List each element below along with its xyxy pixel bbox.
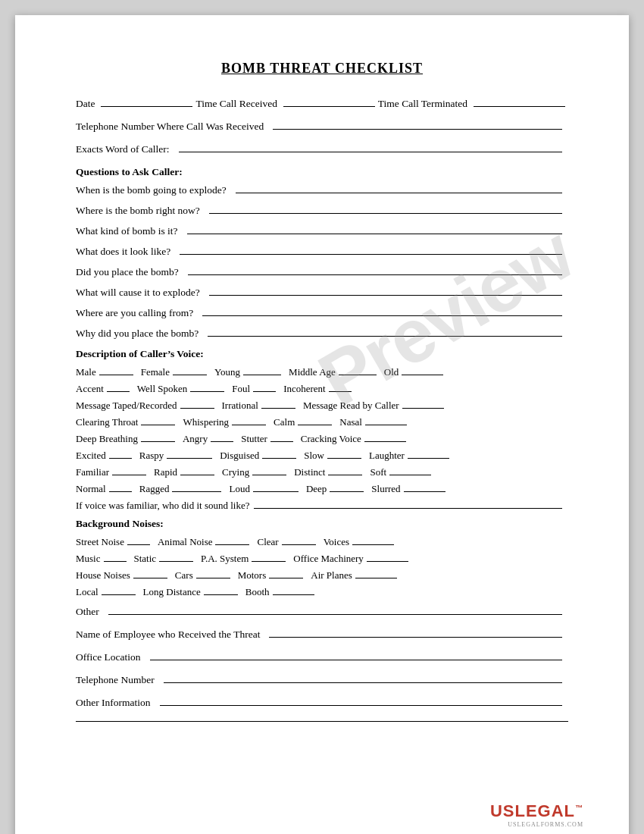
familiar-field[interactable] xyxy=(254,508,562,509)
q3-field[interactable] xyxy=(187,234,562,234)
voice-row-8: Normal Ragged Loud Deep Slurred xyxy=(76,483,568,495)
vi-raspy: Raspy xyxy=(139,450,216,462)
q8-field[interactable] xyxy=(208,336,562,337)
bi-local: Local xyxy=(76,586,139,598)
q7-field[interactable] xyxy=(202,315,562,316)
bi-cars: Cars xyxy=(175,569,233,582)
telephone-field[interactable] xyxy=(273,129,562,130)
vi-deep: Deep xyxy=(306,483,367,495)
employee-field[interactable] xyxy=(269,637,562,638)
voice-heading: Description of Caller’s Voice: xyxy=(76,348,568,360)
vi-message-read: Message Read by Caller xyxy=(303,400,447,412)
q3-label: What kind of bomb is it? xyxy=(76,225,178,237)
vi-rapid: Rapid xyxy=(154,466,217,478)
bi-air-planes: Air Planes xyxy=(311,569,400,582)
logo-sub: USLEGALFORMS.COM xyxy=(490,821,583,828)
telephone-row: Telephone Number Where Call Was Received xyxy=(76,121,568,133)
q1-field[interactable] xyxy=(236,193,562,193)
question-2: Where is the bomb right now? xyxy=(76,205,568,217)
question-6: What will cause it to explode? xyxy=(76,287,568,299)
vi-nasal: Nasal xyxy=(339,416,410,428)
vi-ragged: Ragged xyxy=(139,483,225,495)
bi-house-noises: House Noises xyxy=(76,569,170,582)
vi-disguised: Disguised xyxy=(220,450,299,462)
exact-words-field[interactable] xyxy=(179,152,562,152)
time-terminated-field[interactable] xyxy=(474,106,565,107)
bi-clear: Clear xyxy=(257,536,318,548)
telephone-label: Telephone Number Where Call Was Received xyxy=(76,121,264,133)
vi-accent: Accent xyxy=(76,383,133,395)
voice-row-2: Accent Well Spoken Foul Incoherent xyxy=(76,383,568,395)
background-heading: Background Noises: xyxy=(76,518,568,530)
q2-field[interactable] xyxy=(209,213,562,214)
time-received-label: Time Call Received xyxy=(195,98,277,110)
vi-cracking-voice: Cracking Voice xyxy=(301,433,409,445)
voice-row-6: Excited Raspy Disguised Slow Laughter xyxy=(76,450,568,462)
q6-field[interactable] xyxy=(209,295,562,296)
voice-row-1: Male Female Young Middle Age Old xyxy=(76,366,568,378)
office-row: Office Location xyxy=(76,651,568,663)
logo-text: USLEGAL™ xyxy=(490,801,583,821)
employee-label: Name of Employee who Received the Threat xyxy=(76,629,260,641)
q7-label: Where are you calling from? xyxy=(76,307,193,319)
voice-row-4: Clearing Throat Whispering Calm Nasal xyxy=(76,416,568,428)
other-info-field[interactable] xyxy=(160,705,562,706)
document-page: Preview BOMB THREAT CHECKLIST Date Time … xyxy=(15,15,629,834)
telephone-info-label: Telephone Number xyxy=(76,674,155,686)
vi-young: Young xyxy=(214,366,284,378)
date-field[interactable] xyxy=(101,106,192,107)
bottom-divider xyxy=(76,721,568,722)
bi-office-machinery: Office Machinery xyxy=(293,553,411,565)
other-info-label: Other Information xyxy=(76,697,151,709)
vi-slurred: Slurred xyxy=(371,483,448,495)
voice-row-7: Familiar Rapid Crying Distinct Soft xyxy=(76,466,568,478)
bg-row-4: Local Long Distance Booth xyxy=(76,586,568,598)
date-time-row: Date Time Call Received Time Call Termin… xyxy=(76,98,568,110)
office-field[interactable] xyxy=(150,660,562,660)
vi-slow: Slow xyxy=(304,450,364,462)
vi-distinct: Distinct xyxy=(294,466,365,478)
question-4: What does it look like? xyxy=(76,246,568,258)
vi-female: Female xyxy=(141,366,210,378)
q5-field[interactable] xyxy=(188,274,562,275)
other-info-row: Other Information xyxy=(76,697,568,709)
vi-clearing-throat: Clearing Throat xyxy=(76,416,178,428)
q5-label: Did you place the bomb? xyxy=(76,266,179,278)
vi-loud: Loud xyxy=(229,483,301,495)
voice-row-3: Message Taped/Recorded Irrational Messag… xyxy=(76,400,568,412)
vi-excited: Excited xyxy=(76,450,135,462)
background-grid: Street Noise Animal Noise Clear Voices M… xyxy=(76,536,568,598)
q2-label: Where is the bomb right now? xyxy=(76,205,200,217)
vi-middle-age: Middle Age xyxy=(289,366,380,378)
bi-pa-system: P.A. System xyxy=(201,553,289,565)
vi-stutter: Stutter xyxy=(241,433,296,445)
question-3: What kind of bomb is it? xyxy=(76,225,568,237)
vi-well-spoken: Well Spoken xyxy=(137,383,227,395)
vi-incoherent: Incoherent xyxy=(283,383,355,395)
q8-label: Why did you place the bomb? xyxy=(76,328,199,340)
other-field[interactable] xyxy=(108,614,562,615)
bi-animal-noise: Animal Noise xyxy=(158,536,253,548)
bi-static: Static xyxy=(134,553,197,565)
vi-whispering: Whispering xyxy=(183,416,269,428)
vi-angry: Angry xyxy=(183,433,236,445)
question-8: Why did you place the bomb? xyxy=(76,328,568,340)
vi-irrational: Irrational xyxy=(222,400,299,412)
vi-foul: Foul xyxy=(232,383,279,395)
document-title: BOMB THREAT CHECKLIST xyxy=(76,61,568,77)
voice-row-5: Deep Breathing Angry Stutter Cracking Vo… xyxy=(76,433,568,445)
q4-field[interactable] xyxy=(180,254,562,255)
q1-label: When is the bomb going to explode? xyxy=(76,184,227,196)
time-received-field[interactable] xyxy=(283,106,375,107)
vi-laughter: Laughter xyxy=(369,450,452,462)
office-label: Office Location xyxy=(76,651,141,663)
time-terminated-label: Time Call Terminated xyxy=(378,98,467,110)
vi-calm: Calm xyxy=(274,416,335,428)
telephone-info-field[interactable] xyxy=(164,682,562,683)
other-label: Other xyxy=(76,606,99,618)
bi-long-distance: Long Distance xyxy=(143,586,241,598)
q4-label: What does it look like? xyxy=(76,246,170,258)
vi-normal: Normal xyxy=(76,483,135,495)
bg-row-3: House Noises Cars Motors Air Planes xyxy=(76,569,568,582)
telephone-info-row: Telephone Number xyxy=(76,674,568,686)
